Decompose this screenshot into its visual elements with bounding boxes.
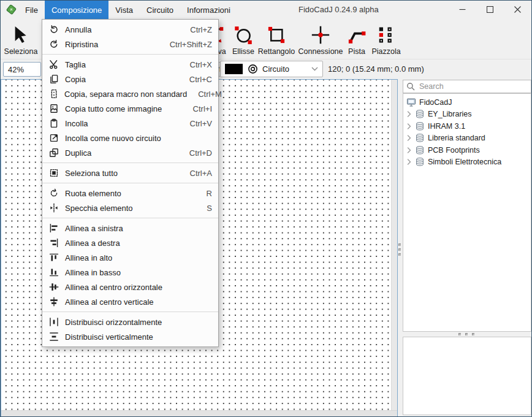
mirror-icon (49, 203, 59, 213)
menu-item-taglia[interactable]: Taglia Ctrl+X (42, 57, 218, 72)
menu-file[interactable]: File (18, 1, 45, 19)
menu-item-allinea-centro-orizzontale[interactable]: Allinea al centro orizzontale (42, 280, 218, 294)
window-controls (449, 1, 531, 19)
app-window: File Composizione Vista Circuito Informa… (0, 0, 532, 417)
library-stack-icon (415, 145, 425, 155)
menu-informazioni[interactable]: Informazioni (180, 1, 237, 19)
tree-item-library[interactable]: Libreria standard (403, 132, 531, 145)
layer-visibility-icon (248, 64, 258, 74)
menu-item-allinea-alto[interactable]: Allinea in alto (42, 250, 218, 265)
layer-select[interactable]: Circuito (220, 61, 323, 77)
minimize-button[interactable] (449, 1, 476, 18)
library-stack-icon (415, 121, 425, 131)
menu-item-allinea-destra[interactable]: Allinea a destra (42, 235, 218, 250)
tool-rettangolo[interactable]: Rettangolo (253, 19, 300, 59)
menu-item-copia-separa-macro[interactable]: Copia, separa macro non standard Ctrl+M (42, 86, 218, 101)
align-right-icon (49, 238, 59, 248)
macro-preview-panel (403, 337, 531, 415)
library-stack-icon (415, 133, 425, 143)
menu-item-duplica[interactable]: Duplica Ctrl+D (42, 145, 218, 160)
ellipse-icon (234, 23, 253, 47)
chevron-right-icon[interactable] (406, 135, 415, 141)
copy-icon (49, 74, 59, 84)
tree-item-library[interactable]: Simboli Elettrotecnica (403, 156, 531, 169)
menu-item-allinea-basso[interactable]: Allinea in basso (42, 265, 218, 280)
splitter-grip-icon (458, 333, 474, 335)
menu-item-annulla[interactable]: Annulla Ctrl+Z (42, 22, 218, 37)
menu-item-incolla-nuovo-circuito[interactable]: Incolla come nuovo circuito (42, 131, 218, 145)
tool-seleziona[interactable]: Seleziona (1, 19, 41, 59)
paste-icon (49, 118, 59, 128)
chevron-right-icon[interactable] (406, 147, 415, 153)
tree-item-library[interactable]: EY_Libraries (403, 109, 531, 121)
tool-connessione[interactable]: Connessione (295, 19, 346, 59)
duplicate-icon (49, 148, 59, 158)
menu-item-distribuisci-orizzontalmente[interactable]: Distribuisci orizzontalmente (42, 315, 218, 329)
app-logo-icon (6, 4, 17, 15)
menu-item-distribuisci-verticalmente[interactable]: Distribuisci verticalmente (42, 329, 218, 344)
pad-icon (377, 23, 395, 47)
menu-vista[interactable]: Vista (108, 1, 140, 19)
select-all-icon (49, 168, 59, 178)
undo-icon (49, 25, 59, 34)
align-bottom-icon (49, 267, 59, 277)
menu-item-ripristina[interactable]: Ripristina Ctrl+Shift+Z (42, 37, 218, 52)
copy-macro-icon (49, 89, 59, 99)
rectangle-icon (267, 23, 286, 47)
align-left-icon (49, 223, 59, 233)
align-top-icon (49, 253, 59, 262)
composizione-menu: Annulla Ctrl+Z Ripristina Ctrl+Shift+Z T… (42, 19, 219, 347)
chevron-right-icon[interactable] (406, 123, 415, 129)
vertical-splitter[interactable] (398, 79, 402, 417)
library-stack-icon (415, 157, 425, 167)
copy-image-icon (49, 104, 59, 113)
paste-new-icon (49, 133, 59, 143)
select-cursor-icon (11, 23, 31, 47)
horizontal-scrollbar[interactable] (1, 410, 397, 416)
maximize-button[interactable] (476, 1, 504, 18)
tool-piazzola[interactable]: Piazzola (368, 19, 405, 59)
redo-icon (49, 39, 59, 49)
rotate-icon (49, 188, 59, 198)
chevron-right-icon[interactable] (406, 111, 415, 117)
tree-item-library[interactable]: PCB Footprints (403, 144, 531, 156)
menu-item-seleziona-tutto[interactable]: Seleziona tutto Ctrl+A (42, 166, 218, 180)
menu-item-allinea-sinistra[interactable]: Allinea a sinistra (42, 221, 218, 235)
titlebar: File Composizione Vista Circuito Informa… (1, 1, 531, 19)
computer-icon (406, 98, 416, 107)
tool-pista[interactable]: Pista (342, 19, 371, 59)
search-icon (406, 82, 416, 91)
connection-icon (310, 23, 331, 47)
distribute-horizontal-icon (49, 317, 59, 327)
align-center-horizontal-icon (49, 282, 59, 292)
menu-item-copia-come-immagine[interactable]: Copia tutto come immagine Ctrl+I (42, 101, 218, 116)
layer-color-swatch (225, 64, 243, 74)
distribute-vertical-icon (49, 332, 59, 342)
library-panel: Search FidoCadJ (402, 79, 532, 417)
menubar: File Composizione Vista Circuito Informa… (18, 1, 237, 19)
menu-item-copia[interactable]: Copia Ctrl+C (42, 72, 218, 86)
cursor-coordinates: 120; 0 (15.24 mm; 0.0 mm) (328, 59, 424, 79)
chevron-right-icon[interactable] (406, 159, 415, 165)
menu-item-ruota-elemento[interactable]: Ruota elemento R (42, 186, 218, 201)
zoom-select[interactable]: 42% (3, 62, 41, 77)
splitter-grip-icon (398, 243, 401, 256)
library-tree: FidoCadJ EY_Libraries (403, 93, 531, 332)
library-search-input[interactable]: Search (403, 80, 531, 93)
menu-item-allinea-centro-verticale[interactable]: Allinea al centro verticale (42, 294, 218, 309)
menu-item-specchia-elemento[interactable]: Specchia elemento S (42, 201, 218, 215)
library-stack-icon (415, 109, 425, 119)
horizontal-splitter[interactable] (402, 332, 531, 337)
chevron-down-icon (306, 67, 322, 71)
scissors-icon (49, 59, 59, 69)
tree-root-fidocadj[interactable]: FidoCadJ (403, 96, 531, 109)
window-title: FidoCadJ 0.24.9 alpha (298, 1, 379, 19)
align-center-vertical-icon (49, 297, 59, 307)
menu-circuito[interactable]: Circuito (140, 1, 180, 19)
close-button[interactable] (504, 1, 531, 18)
menu-item-incolla[interactable]: Incolla Ctrl+V (42, 116, 218, 131)
tree-item-library[interactable]: IHRAM 3.1 (403, 120, 531, 132)
vertical-scrollbar[interactable] (391, 80, 397, 410)
menu-composizione[interactable]: Composizione (45, 1, 108, 19)
track-icon (347, 23, 367, 47)
